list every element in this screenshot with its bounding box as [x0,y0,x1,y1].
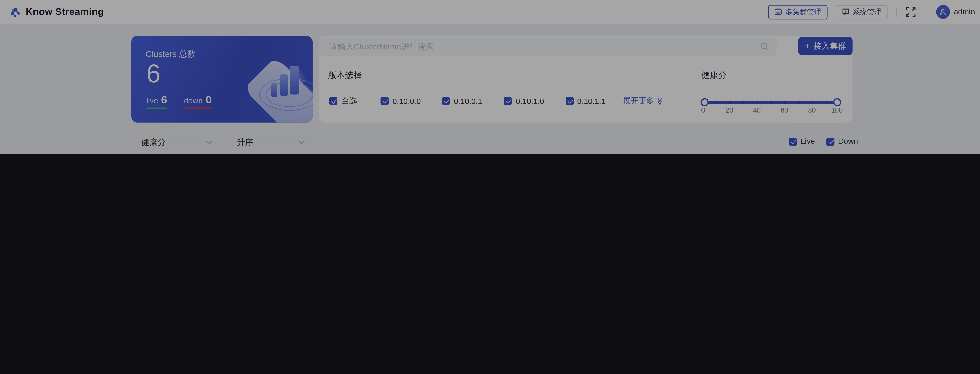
modal-backdrop[interactable] [0,0,980,154]
app-root: Know Streaming 多集群管理 系统管理 [0,0,980,154]
